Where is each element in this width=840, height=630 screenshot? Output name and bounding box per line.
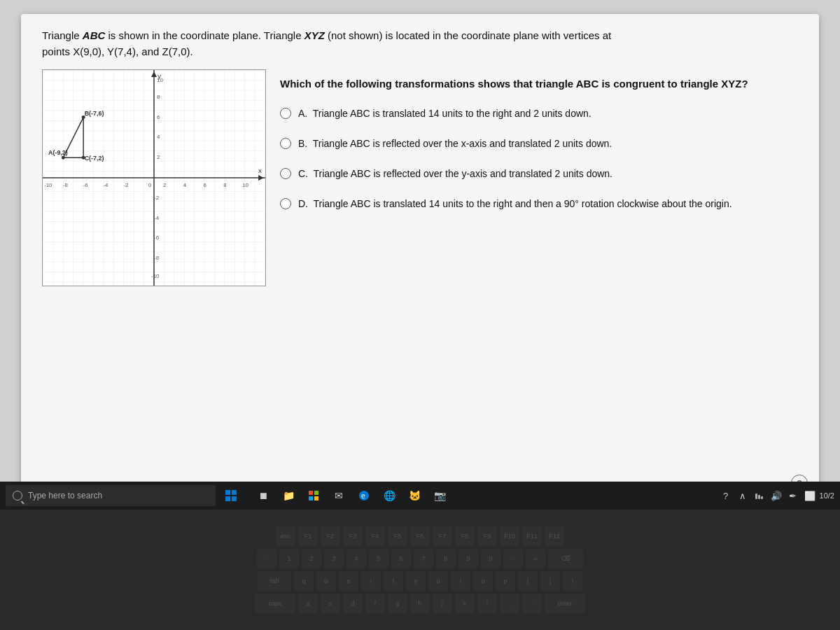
key-f10[interactable]: F10: [500, 526, 519, 546]
key-9[interactable]: 9: [458, 549, 478, 568]
key-4[interactable]: 4: [346, 549, 366, 568]
key-e[interactable]: e: [339, 571, 358, 591]
key-g[interactable]: g: [388, 594, 407, 613]
key-2[interactable]: 2: [302, 549, 321, 568]
radio-a[interactable]: [280, 108, 291, 119]
key-f3[interactable]: F3: [343, 526, 363, 546]
cat-btn[interactable]: 🐱: [403, 484, 426, 507]
svg-point-34: [82, 115, 85, 119]
svg-rect-41: [314, 491, 318, 495]
task-view-btn[interactable]: ⏹: [252, 484, 274, 507]
svg-point-35: [82, 156, 85, 160]
edge-btn[interactable]: e: [353, 484, 375, 507]
key-p[interactable]: p: [496, 571, 515, 591]
key-equals[interactable]: =: [526, 549, 545, 568]
key-d[interactable]: d: [343, 594, 363, 613]
radio-d[interactable]: [280, 198, 291, 209]
key-f7[interactable]: F7: [433, 526, 452, 546]
key-6[interactable]: 6: [391, 549, 411, 568]
key-8[interactable]: 8: [436, 549, 456, 568]
key-r[interactable]: r: [361, 571, 381, 591]
store-btn[interactable]: [302, 484, 325, 507]
key-f9[interactable]: F9: [477, 526, 497, 546]
key-l[interactable]: l: [477, 594, 497, 613]
key-i[interactable]: i: [451, 571, 470, 591]
key-backtick[interactable]: `: [257, 549, 276, 568]
key-minus[interactable]: -: [503, 549, 523, 568]
taskbar-right: ? ∧ 🔊 ✒ ⬜ 10/2: [719, 489, 834, 503]
key-q[interactable]: q: [294, 571, 314, 591]
key-backslash[interactable]: \: [563, 571, 582, 591]
display-icon[interactable]: ⬜: [803, 489, 817, 503]
svg-text:-10: -10: [44, 182, 52, 188]
radio-b[interactable]: [280, 138, 291, 149]
camera-btn[interactable]: 📷: [428, 484, 451, 507]
question-heading: Which of the following transformations s…: [280, 76, 798, 92]
key-3[interactable]: 3: [324, 549, 344, 568]
key-quote[interactable]: ': [522, 594, 542, 613]
svg-text:-4: -4: [154, 215, 160, 221]
speaker-icon[interactable]: 🔊: [769, 489, 783, 503]
svg-text:B(-7,6): B(-7,6): [85, 110, 104, 117]
key-w[interactable]: w: [316, 571, 336, 591]
key-h[interactable]: h: [410, 594, 430, 613]
option-c[interactable]: C. Triangle ABC is reflected over the y-…: [280, 167, 798, 181]
svg-text:-2: -2: [154, 195, 160, 201]
key-caps[interactable]: caps: [255, 594, 295, 613]
key-0[interactable]: 0: [481, 549, 500, 568]
key-f5[interactable]: F5: [388, 526, 407, 546]
problem-title: Triangle ABC is shown in the coordinate …: [42, 28, 798, 59]
svg-rect-36: [225, 490, 230, 495]
key-f11[interactable]: F11: [522, 526, 542, 546]
key-5[interactable]: 5: [369, 549, 388, 568]
key-semicolon[interactable]: ;: [500, 594, 519, 613]
key-f12[interactable]: F12: [545, 526, 564, 546]
key-o[interactable]: o: [473, 571, 493, 591]
svg-rect-48: [761, 496, 763, 499]
key-tab[interactable]: tab: [258, 571, 291, 591]
key-lbracket[interactable]: [: [518, 571, 538, 591]
svg-rect-46: [755, 493, 757, 499]
keyboard-row-1: esc F1 F2 F3 F4 F5 F6 F7 F8 F9 F10 F11 F…: [255, 526, 585, 546]
browser-btn[interactable]: 🌐: [378, 484, 400, 507]
network-icon[interactable]: [752, 489, 766, 503]
svg-text:A(-9,2): A(-9,2): [48, 149, 68, 156]
keyboard-row-4: caps a s d f g h j k l ; ' enter: [255, 594, 585, 613]
search-placeholder: Type here to search: [28, 491, 102, 500]
key-f4[interactable]: F4: [365, 526, 385, 546]
file-explorer-btn[interactable]: 📁: [277, 484, 300, 507]
key-f[interactable]: f: [365, 594, 385, 613]
svg-text:-6: -6: [83, 182, 89, 188]
key-y[interactable]: y: [406, 571, 426, 591]
key-enter[interactable]: enter: [545, 594, 585, 613]
windows-button[interactable]: [220, 484, 242, 507]
key-f2[interactable]: F2: [321, 526, 340, 546]
key-a[interactable]: a: [298, 594, 318, 613]
radio-c[interactable]: [280, 168, 291, 179]
chevron-up-icon[interactable]: ∧: [736, 489, 750, 503]
option-d[interactable]: D. Triangle ABC is translated 14 units t…: [280, 197, 798, 211]
svg-text:C(-7,2): C(-7,2): [85, 155, 104, 162]
key-f6[interactable]: F6: [410, 526, 430, 546]
key-s[interactable]: s: [321, 594, 340, 613]
svg-text:e: e: [361, 492, 365, 500]
key-f8[interactable]: F8: [455, 526, 475, 546]
pen-icon[interactable]: ✒: [786, 489, 800, 503]
key-rbracket[interactable]: ]: [540, 571, 560, 591]
key-f1[interactable]: F1: [298, 526, 318, 546]
key-j[interactable]: j: [433, 594, 452, 613]
option-a[interactable]: A. Triangle ABC is translated 14 units t…: [280, 106, 798, 121]
question-tray-icon[interactable]: ?: [719, 489, 733, 503]
search-bar[interactable]: Type here to search: [6, 485, 216, 506]
time-display[interactable]: 10/2: [820, 491, 834, 500]
key-t[interactable]: t: [384, 571, 403, 591]
option-b[interactable]: B. Triangle ABC is reflected over the x-…: [280, 136, 798, 151]
key-k[interactable]: k: [455, 594, 475, 613]
key-1[interactable]: 1: [279, 549, 299, 568]
mail-btn[interactable]: ✉: [328, 484, 350, 507]
key-backspace[interactable]: ⌫: [548, 549, 583, 568]
key-u[interactable]: u: [428, 571, 448, 591]
svg-text:-8: -8: [63, 182, 69, 188]
key-7[interactable]: 7: [414, 549, 433, 568]
key-esc[interactable]: esc: [276, 526, 295, 546]
